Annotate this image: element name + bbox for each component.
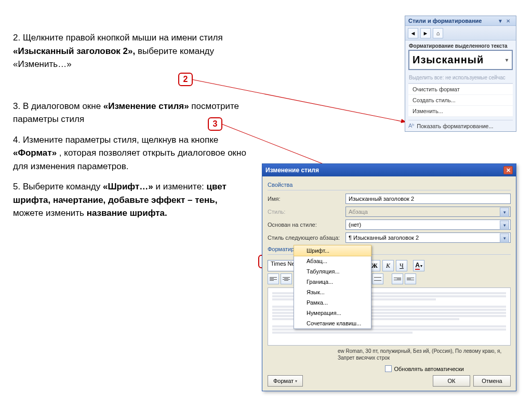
back-icon[interactable]: ◄ [408,28,418,38]
menu-frame[interactable]: Рамка... [294,297,371,308]
menu-border[interactable]: Граница... [294,277,371,287]
current-style-display[interactable]: Изысканный▾ [408,50,513,70]
styles-and-formatting-panel: Стили и форматирование ▼ ✕ ◄ ► ⌂ Формати… [405,16,516,132]
indent-decrease-button[interactable] [392,273,403,284]
space-after-button[interactable] [372,273,383,284]
style-description: ew Roman, 30 пт, полужирный, Без ий, (Ро… [268,348,511,361]
indent-increase-button[interactable] [405,273,416,284]
close-button[interactable]: ✕ [503,166,513,174]
format-button[interactable]: Формат [268,375,303,387]
menu-numbering[interactable]: Нумерация... [294,308,371,318]
input-based-on[interactable]: (нет) [345,219,511,230]
ok-button[interactable]: ОК [433,375,470,387]
underline-button[interactable]: Ч [396,260,407,271]
italic-button[interactable]: К [382,260,394,271]
cancel-button[interactable]: Отмена [473,375,511,387]
auto-update-checkbox[interactable] [385,365,392,372]
select-all-link[interactable]: Выделить все: не используемые сейчас [405,73,516,83]
font-color-button[interactable]: А [413,260,424,271]
forward-icon[interactable]: ► [420,28,431,38]
auto-update-label: Обновлять автоматически [394,366,464,372]
caret-down-icon[interactable]: ▼ [498,18,503,23]
panel-toolbar: ◄ ► ⌂ [405,26,516,40]
format-submenu: Шрифт... Абзац... Табуляция... Граница..… [294,245,371,329]
menu-tabs[interactable]: Табуляция... [294,266,371,277]
close-icon[interactable]: ✕ [506,18,511,23]
ctx-clear-format[interactable]: Очистить формат [408,84,513,95]
menu-paragraph[interactable]: Абзац... [294,256,371,266]
menu-shortcut[interactable]: Сочетание клавиш... [294,318,371,328]
dropdown-icon[interactable]: ▾ [506,57,509,63]
reveal-format-icon: Aᵇ [408,122,415,129]
group-properties-label: Свойства [268,182,511,188]
input-next-style[interactable]: ¶ Изысканный заголовок 2 [345,232,511,243]
dialog-titlebar[interactable]: Изменение стиля ✕ [262,164,516,176]
callout-2: 2 [178,73,193,86]
label-based-on: Основан на стиле: [268,222,345,228]
input-type: Абзаца [345,207,511,217]
label-type: Стиль: [268,209,345,215]
align-left-button[interactable] [268,273,279,284]
align-center-button[interactable] [281,273,292,284]
menu-language[interactable]: Язык... [294,287,371,297]
ctx-create-style[interactable]: Создать стиль... [408,95,513,106]
menu-font[interactable]: Шрифт... [294,245,371,256]
label-next-style: Стиль следующего абзаца: [268,235,345,241]
panel-titlebar[interactable]: Стили и форматирование ▼ ✕ [405,16,516,26]
ctx-modify[interactable]: Изменить... [408,106,513,117]
show-formatting-link[interactable]: Aᵇ Показать форматирование... [405,120,516,131]
context-menu: Очистить формат Создать стиль... Изменит… [408,84,513,117]
label-name: Имя: [268,196,345,202]
input-name[interactable]: Изысканный заголовок 2 [345,194,511,204]
home-icon[interactable]: ⌂ [433,28,443,38]
modify-style-dialog: Изменение стиля ✕ Свойства Имя: Изысканн… [262,163,516,391]
section-label: Форматирование выделенного текста [405,40,516,50]
callout-3: 3 [208,117,222,131]
